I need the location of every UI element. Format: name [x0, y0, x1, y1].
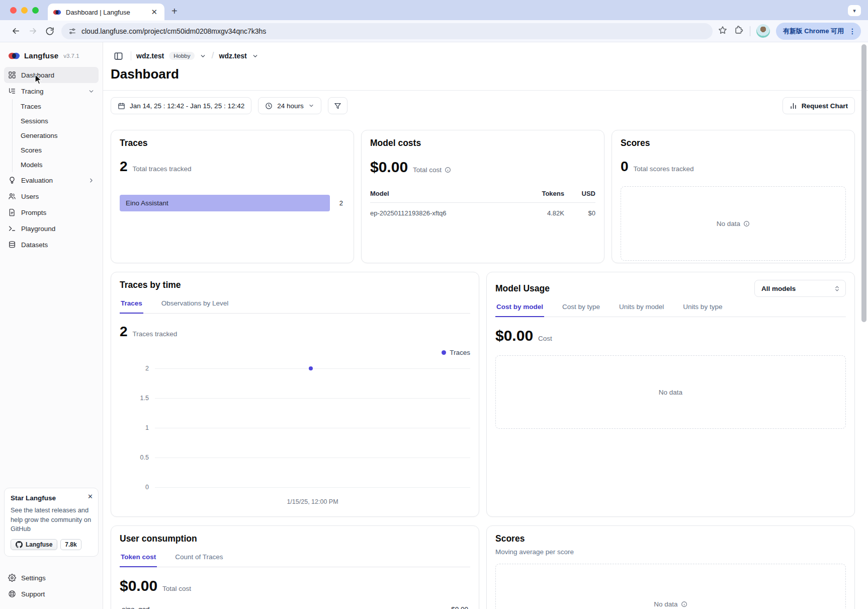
chevron-down-icon[interactable] — [200, 53, 206, 59]
trace-name-value: 2 — [339, 199, 343, 207]
bookmark-star-icon[interactable] — [718, 25, 728, 37]
trace-name-label: Eino Assistant — [126, 199, 168, 207]
info-icon[interactable] — [681, 601, 687, 607]
sidebar-item-users[interactable]: Users — [4, 188, 99, 204]
new-tab-button[interactable]: + — [171, 6, 178, 17]
model-costs-total: $0.00 — [370, 159, 408, 176]
no-data-box: No data — [495, 564, 846, 609]
url-text[interactable]: cloud.langfuse.com/project/cm50idm0208mx… — [81, 27, 266, 35]
brand-name: Langfuse — [24, 51, 58, 60]
org-name[interactable]: wdz.test — [136, 52, 164, 60]
close-window-button[interactable] — [10, 7, 17, 14]
card-title: Model Usage — [495, 283, 550, 294]
tab-token-cost[interactable]: Token cost — [120, 552, 157, 567]
tab-units-by-model[interactable]: Units by model — [618, 302, 665, 317]
sidebar-item-generations[interactable]: Generations — [13, 128, 99, 143]
site-settings-icon[interactable] — [68, 27, 76, 35]
maximize-window-button[interactable] — [32, 7, 39, 14]
project-name[interactable]: wdz.test — [219, 52, 247, 60]
sidebar-item-models[interactable]: Models — [13, 158, 99, 172]
page-title: Dashboard — [111, 66, 855, 82]
user-consumption-card: User consumption Token cost Count of Tra… — [111, 525, 479, 609]
star-langfuse-card: Star Langfuse ✕ See the latest releases … — [4, 488, 99, 557]
tab-units-by-type[interactable]: Units by type — [682, 302, 723, 317]
model-usage-tabs: Cost by model Cost by type Units by mode… — [495, 302, 846, 317]
lightbulb-icon — [8, 176, 16, 184]
time-window-dropdown[interactable]: 24 hours — [258, 97, 321, 114]
tab-close-icon[interactable]: ✕ — [149, 8, 159, 17]
sidebar-item-datasets[interactable]: Datasets — [4, 237, 99, 253]
trace-name-bar[interactable]: Eino Assistant — [120, 195, 330, 211]
tab-observations-by-level[interactable]: Observations by Level — [160, 298, 230, 313]
scrollbar[interactable] — [861, 44, 866, 322]
user-row[interactable]: eino_god $0.00 — [120, 605, 470, 609]
traces-total: 2 — [120, 159, 128, 175]
funnel-icon — [334, 102, 341, 110]
sidebar-item-support[interactable]: Support — [4, 586, 99, 602]
window-controls[interactable] — [10, 7, 39, 14]
table-row[interactable]: ep-20250112193826-xftq6 4.82K $0 — [370, 203, 595, 217]
sidebar-item-tracing[interactable]: Tracing — [4, 83, 99, 99]
profile-avatar[interactable] — [756, 24, 770, 38]
clock-icon — [265, 102, 273, 110]
tab-count-of-traces[interactable]: Count of Traces — [174, 552, 224, 567]
breadcrumb: wdz.test Hobby / wdz.test — [111, 48, 855, 63]
github-icon — [16, 541, 23, 548]
date-range-picker[interactable]: Jan 14, 25 : 12:42 - Jan 15, 25 : 12:42 — [111, 97, 251, 114]
sidebar-item-dashboard[interactable]: Dashboard — [4, 67, 99, 83]
close-icon[interactable]: ✕ — [88, 493, 93, 500]
chrome-update-button[interactable]: 有新版 Chrome 可用 ⋮ — [776, 23, 861, 40]
sidebar-item-traces[interactable]: Traces — [13, 99, 99, 114]
legend-dot — [442, 350, 446, 355]
chevron-down-icon[interactable] — [252, 53, 258, 59]
browser-tab[interactable]: Dashboard | Langfuse ✕ — [48, 4, 164, 21]
calendar-icon — [118, 102, 125, 110]
info-icon[interactable] — [445, 167, 451, 173]
model-select-value: All models — [761, 285, 834, 292]
sidebar-item-scores[interactable]: Scores — [13, 143, 99, 158]
sidebar-toggle-button[interactable] — [111, 48, 126, 63]
sidebar-item-evaluation[interactable]: Evaluation — [4, 172, 99, 188]
tab-search-icon[interactable]: ▾ — [848, 5, 861, 16]
model-costs-table: Model Tokens USD ep-20250112193826-xftq6… — [370, 190, 595, 217]
sidebar-item-prompts[interactable]: Prompts — [4, 204, 99, 220]
forward-button[interactable] — [24, 23, 41, 40]
reload-button[interactable] — [41, 23, 58, 40]
tab-cost-by-type[interactable]: Cost by type — [561, 302, 601, 317]
user-cost: $0.00 — [451, 605, 468, 609]
info-icon[interactable] — [743, 220, 750, 227]
tab-cost-by-model[interactable]: Cost by model — [495, 302, 544, 317]
breadcrumb-slash: / — [211, 50, 214, 61]
data-point[interactable] — [309, 366, 313, 370]
chevron-down-icon — [88, 88, 95, 95]
github-button-label: Langfuse — [26, 541, 52, 548]
github-star-count[interactable]: 7.8k — [60, 539, 81, 550]
langfuse-logo-icon — [8, 52, 20, 60]
back-button[interactable] — [7, 23, 24, 40]
sidebar-item-settings[interactable]: Settings — [4, 570, 99, 586]
browser-menu-icon[interactable]: ⋮ — [848, 28, 857, 35]
tab-traces[interactable]: Traces — [120, 298, 143, 314]
chevrons-up-down-icon — [834, 285, 840, 292]
no-data-box: No data — [621, 186, 846, 261]
model-select[interactable]: All models — [754, 280, 846, 297]
traces-line-chart: 2 1.5 1 0.5 0 1/15/25, 12:00 PM — [120, 359, 470, 505]
extensions-icon[interactable] — [734, 25, 744, 37]
langfuse-favicon — [53, 8, 61, 17]
no-data-box: No data — [495, 355, 846, 429]
filter-button[interactable] — [328, 97, 348, 114]
brand-version: v3.7.1 — [63, 53, 79, 59]
minimize-window-button[interactable] — [21, 7, 28, 14]
card-title: Scores — [495, 534, 846, 544]
filter-bar: Jan 14, 25 : 12:42 - Jan 15, 25 : 12:42 … — [111, 97, 855, 114]
sidebar-item-playground[interactable]: Playground — [4, 220, 99, 237]
tracing-icon — [8, 87, 16, 95]
url-bar[interactable]: cloud.langfuse.com/project/cm50idm0208mx… — [61, 23, 713, 39]
model-usage-card: Model Usage All models Cost by model Cos… — [486, 272, 855, 517]
request-chart-button[interactable]: Request Chart — [783, 97, 855, 114]
github-star-button[interactable]: Langfuse — [11, 539, 57, 550]
browser-toolbar: cloud.langfuse.com/project/cm50idm0208mx… — [0, 20, 868, 42]
sidebar-item-sessions[interactable]: Sessions — [13, 114, 99, 128]
life-buoy-icon — [8, 590, 16, 598]
x-axis-label: 1/15/25, 12:00 PM — [155, 498, 470, 505]
